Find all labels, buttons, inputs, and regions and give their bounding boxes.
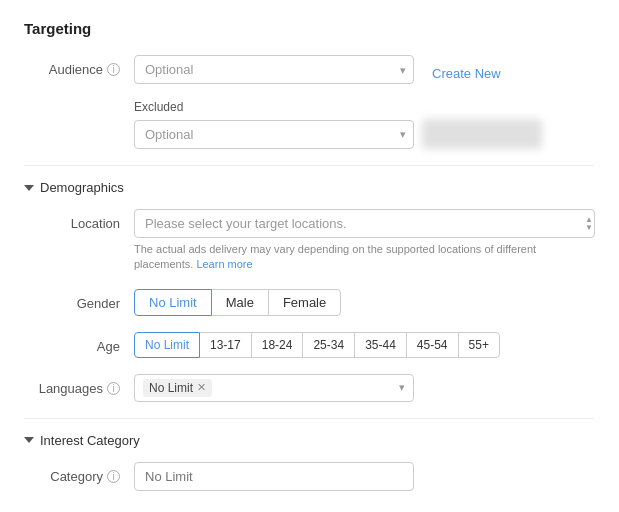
languages-info-icon[interactable]: i: [107, 382, 120, 395]
audience-select[interactable]: Optional: [134, 55, 414, 84]
category-control: [134, 462, 595, 491]
location-hint: The actual ads delivery may vary dependi…: [134, 242, 595, 273]
age-button-group: No Limit 13-17 18-24 25-34 35-44 45-54 5…: [134, 332, 595, 358]
gender-control: No Limit Male Female: [134, 289, 595, 316]
create-new-link[interactable]: Create New: [432, 59, 501, 81]
category-info-icon[interactable]: i: [107, 470, 120, 483]
interest-category-header[interactable]: Interest Category: [24, 433, 595, 448]
interest-collapse-icon: [24, 437, 34, 443]
age-no-limit-button[interactable]: No Limit: [134, 332, 200, 358]
interest-category-label: Interest Category: [40, 433, 140, 448]
languages-chevron-icon: ▾: [399, 381, 405, 394]
gender-row: Gender No Limit Male Female: [24, 289, 595, 316]
page-container: Targeting Audience i Optional ▾ Create N…: [24, 20, 595, 491]
languages-control: No Limit ✕ ▾: [134, 374, 595, 402]
languages-row: Languages i No Limit ✕ ▾: [24, 374, 595, 402]
demographics-label: Demographics: [40, 180, 124, 195]
location-control: Please select your target locations. ▲ ▼…: [134, 209, 595, 273]
location-row: Location Please select your target locat…: [24, 209, 595, 273]
excluded-control: Excluded Optional ▾: [134, 100, 595, 149]
no-limit-tag-close[interactable]: ✕: [197, 381, 206, 394]
location-label: Location: [24, 209, 134, 231]
audience-control: Optional ▾ Create New: [134, 55, 595, 84]
age-25-34-button[interactable]: 25-34: [302, 332, 355, 358]
audience-select-wrapper: Optional ▾: [134, 55, 414, 84]
category-input[interactable]: [134, 462, 414, 491]
excluded-input-row: Optional ▾: [134, 119, 595, 149]
category-label: Category i: [24, 462, 134, 484]
excluded-blurred-tag: [422, 119, 542, 149]
no-limit-tag: No Limit ✕: [143, 379, 212, 397]
gender-female-button[interactable]: Female: [268, 289, 341, 316]
age-label: Age: [24, 332, 134, 354]
learn-more-link[interactable]: Learn more: [196, 258, 252, 270]
excluded-row: Excluded Optional ▾: [24, 100, 595, 149]
divider-2: [24, 418, 595, 419]
languages-tag-select[interactable]: No Limit ✕ ▾: [134, 374, 414, 402]
age-18-24-button[interactable]: 18-24: [251, 332, 304, 358]
languages-label: Languages i: [24, 374, 134, 396]
age-45-54-button[interactable]: 45-54: [406, 332, 459, 358]
excluded-select-wrapper: Optional ▾: [134, 120, 414, 149]
audience-input-row: Optional ▾ Create New: [134, 55, 595, 84]
section-title: Targeting: [24, 20, 595, 37]
gender-no-limit-button[interactable]: No Limit: [134, 289, 212, 316]
divider-1: [24, 165, 595, 166]
excluded-label: Excluded: [134, 100, 595, 114]
interest-category-section: Interest Category Category i: [24, 433, 595, 491]
age-control: No Limit 13-17 18-24 25-34 35-44 45-54 5…: [134, 332, 595, 358]
audience-info-icon[interactable]: i: [107, 63, 120, 76]
age-13-17-button[interactable]: 13-17: [199, 332, 252, 358]
demographics-header[interactable]: Demographics: [24, 180, 595, 195]
excluded-spacer: [24, 100, 134, 107]
demographics-collapse-icon: [24, 185, 34, 191]
age-55-plus-button[interactable]: 55+: [458, 332, 500, 358]
audience-row: Audience i Optional ▾ Create New: [24, 55, 595, 84]
gender-male-button[interactable]: Male: [211, 289, 269, 316]
gender-button-group: No Limit Male Female: [134, 289, 595, 316]
category-row: Category i: [24, 462, 595, 491]
excluded-select[interactable]: Optional: [134, 120, 414, 149]
gender-label: Gender: [24, 289, 134, 311]
location-select-wrapper: Please select your target locations. ▲ ▼: [134, 209, 595, 238]
age-row: Age No Limit 13-17 18-24 25-34 35-44 45-…: [24, 332, 595, 358]
audience-label: Audience i: [24, 55, 134, 77]
location-select[interactable]: Please select your target locations.: [134, 209, 595, 238]
age-35-44-button[interactable]: 35-44: [354, 332, 407, 358]
